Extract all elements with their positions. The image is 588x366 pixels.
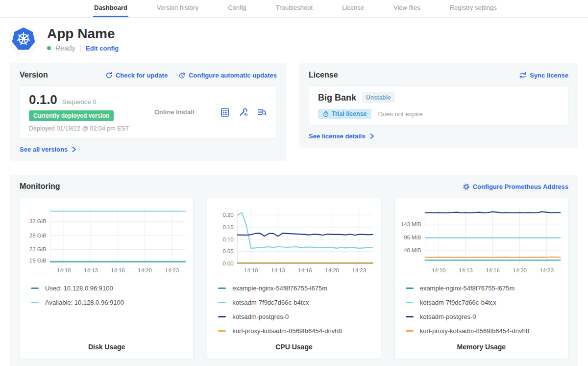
kubernetes-logo [10,26,37,52]
stopwatch-icon [322,110,329,117]
configure-automatic-updates-label: Configure automatic updates [189,72,277,79]
memory-usage-chart-card: 14:1014:1314:1614:2014:2348 MiB95 MiB143… [394,198,568,359]
license-type-badge: Trial license [318,109,371,119]
svg-text:143 MiB: 143 MiB [401,221,421,227]
svg-text:14:20: 14:20 [138,267,152,273]
top-nav: DashboardVersion historyConfigTroublesho… [0,0,588,18]
svg-text:33 GiB: 33 GiB [29,218,47,224]
legend-label: kotsadm-postgres-0 [232,313,289,320]
tab-license[interactable]: License [341,0,365,17]
edit-config-version-button[interactable] [238,107,249,118]
svg-text:28 GiB: 28 GiB [29,233,47,238]
svg-text:0.15: 0.15 [223,224,234,230]
deploy-logs-button[interactable] [257,107,268,118]
gear-icon [463,183,470,190]
svg-text:14:13: 14:13 [271,267,285,273]
configure-automatic-updates-button[interactable]: Configure automatic updates [178,72,277,79]
svg-text:14:20: 14:20 [513,267,527,273]
legend-dash [218,330,226,332]
see-all-versions-label: See all versions [20,146,68,153]
monitoring-title: Monitoring [20,182,60,191]
svg-text:14:16: 14:16 [298,267,313,273]
legend-dash [218,316,226,317]
memory-usage-chart: 14:1014:1314:1614:2014:2348 MiB95 MiB143… [400,204,563,278]
version-number: 0.1.0 [29,92,57,107]
preflight-checks-button[interactable] [220,107,230,118]
channel-badge: Unstable [362,92,395,103]
legend-item: kotsadm-7f9dc7d66c-b4tcx [218,295,375,310]
cards-row: Version Check for update [0,58,588,161]
legend-label: Used: 10.128.0.96:9100 [45,285,113,292]
chevron-right-icon [369,133,375,139]
legend-item: kurl-proxy-kotsadm-8569fb6454-dnvh8 [406,324,563,338]
license-expiry: Does not expire [378,110,423,118]
svg-text:14:10: 14:10 [244,267,258,273]
refresh-icon [105,72,113,79]
see-all-versions-link[interactable]: See all versions [20,146,277,153]
wrench-gear-icon [238,107,249,118]
deployed-timestamp: Deployed 01/19/22 @ 02:04 pm EST [29,125,129,132]
svg-text:0.20: 0.20 [223,212,234,218]
disk-usage-chart: 14:1014:1314:1614:2014:2319 GiB23 GiB28 … [25,204,188,278]
version-card-title: Version [20,71,48,79]
legend-dash [406,302,414,303]
sync-license-label: Sync license [530,72,568,79]
version-sequence: Sequence 0 [62,98,96,105]
legend-label: kotsadm-postgres-0 [420,313,476,320]
divider: | [79,44,81,52]
cpu-usage-chart: 14:1014:1314:1614:2014:230.000.050.100.1… [212,204,375,278]
svg-text:23 GiB: 23 GiB [29,246,47,252]
configure-prometheus-label: Configure Prometheus Address [473,183,568,190]
license-card-title: License [309,71,338,79]
configure-prometheus-button[interactable]: Configure Prometheus Address [463,183,568,190]
legend-label: example-nginx-54f8f76755-l675m [232,285,327,292]
legend-dash [406,288,414,289]
svg-text:19 GiB: 19 GiB [29,258,47,263]
app-logo [10,26,37,53]
svg-text:14:10: 14:10 [432,267,446,273]
check-for-update-label: Check for update [116,72,168,79]
tab-version-history[interactable]: Version history [156,0,199,17]
legend-label: kotsadm-7f9dc7d66c-b4tcx [420,299,496,306]
current-version-row: 0.1.0 Sequence 0 Currently deployed vers… [20,85,277,139]
app-header: App Name Ready | Edit config [0,18,588,58]
sync-icon [519,72,527,79]
legend-item: Available: 10.128.0.96:9100 [31,295,188,310]
see-license-details-link[interactable]: See license details [309,132,568,140]
legend-item: kurl-proxy-kotsadm-8569fb6454-dnvh8 [218,324,375,338]
tab-dashboard[interactable]: Dashboard [93,0,128,17]
svg-text:14:23: 14:23 [539,267,554,273]
disk-usage-legend: Used: 10.128.0.96:9100Available: 10.128.… [31,281,188,310]
legend-dash [218,302,226,303]
schedule-update-icon [178,72,186,79]
tab-registry-settings[interactable]: Registry settings [449,0,498,17]
cpu-usage-chart-card: 14:1014:1314:1614:2014:230.000.050.100.1… [207,198,381,359]
svg-text:14:20: 14:20 [325,267,340,273]
app-status: Ready [55,44,75,52]
svg-text:14:10: 14:10 [57,267,71,273]
disk-usage-chart-card: 14:1014:1314:1614:2014:2319 GiB23 GiB28 … [20,198,194,359]
edit-config-link[interactable]: Edit config [86,45,119,52]
tab-troubleshoot[interactable]: Troubleshoot [275,0,314,17]
legend-label: Available: 10.128.0.96:9100 [45,299,124,306]
customer-name: Big Bank [318,93,356,103]
legend-item: kotsadm-postgres-0 [218,310,375,324]
svg-text:14:16: 14:16 [486,267,500,273]
legend-label: kurl-proxy-kotsadm-8569fb6454-dnvh8 [420,327,529,335]
legend-item: kotsadm-7f9dc7d66c-b4tcx [406,295,563,310]
svg-text:14:13: 14:13 [459,267,473,273]
check-for-update-button[interactable]: Check for update [105,72,168,79]
sync-license-button[interactable]: Sync license [519,72,568,79]
chevron-right-icon [71,146,77,153]
tab-config[interactable]: Config [227,0,247,17]
tab-view-files[interactable]: View files [392,0,421,17]
svg-text:14:13: 14:13 [84,267,98,273]
version-card: Version Check for update [10,63,287,161]
deployed-badge: Currently deployed version [29,110,114,121]
svg-text:0.00: 0.00 [223,261,234,266]
legend-label: kurl-proxy-kotsadm-8569fb6454-dnvh8 [232,327,342,335]
preflight-checklist-icon [220,107,230,118]
license-type-label: Trial license [332,110,367,117]
monitoring-section: Monitoring Configure Prometheus Address … [10,175,578,366]
legend-dash [406,316,414,317]
